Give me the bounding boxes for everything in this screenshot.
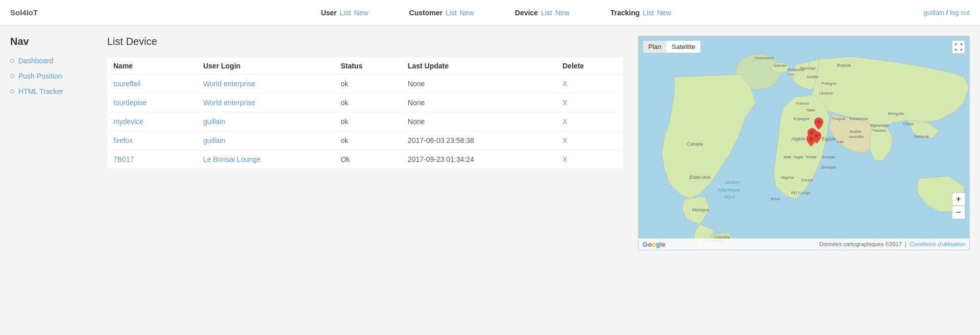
map-toggle-satellite[interactable]: Satellite: [667, 41, 700, 53]
svg-text:RD Congo: RD Congo: [791, 190, 811, 195]
cell-name[interactable]: toureffeil: [107, 75, 197, 93]
nav-user-new[interactable]: New: [354, 9, 369, 17]
svg-text:Afghanistan: Afghanistan: [870, 124, 889, 128]
topbar: Sol4IoT User List New Customer List New …: [0, 0, 980, 26]
nav-label-device: Device: [515, 9, 538, 17]
nav-group-tracking: Tracking List New: [610, 9, 671, 17]
cell-userlogin[interactable]: guillain: [197, 112, 334, 131]
svg-text:Ukraine: Ukraine: [819, 91, 834, 95]
map-terms-link[interactable]: Conditions d'utilisation: [910, 241, 965, 247]
cell-name[interactable]: 7B017: [107, 150, 197, 169]
cell-name[interactable]: mydevice: [107, 112, 197, 131]
nav-device-new[interactable]: New: [555, 9, 570, 17]
col-status: Status: [334, 58, 401, 75]
cell-status: ok: [334, 75, 401, 93]
section-title: List Device: [107, 36, 623, 47]
map-footer: Google Données cartographiques ©2017 | C…: [639, 238, 969, 250]
bullet-icon: [10, 74, 14, 78]
cell-name[interactable]: tourdepise: [107, 93, 197, 112]
zoom-out-button[interactable]: −: [952, 206, 965, 219]
logout-link[interactable]: log out: [950, 9, 970, 16]
svg-text:Arabie: Arabie: [850, 129, 862, 134]
svg-text:Océan: Océan: [725, 179, 741, 185]
nav-tracking-list[interactable]: List: [643, 9, 654, 17]
nav-label-user: User: [321, 9, 337, 17]
map-toggle-plan[interactable]: Plan: [643, 41, 667, 53]
top-nav: User List New Customer List New Device L…: [68, 9, 923, 17]
main-layout: Nav Dashboard Push Position HTML Tracker…: [0, 26, 980, 322]
cell-name[interactable]: firefox: [107, 131, 197, 150]
sidebar-item-html-tracker[interactable]: HTML Tracker: [10, 87, 92, 95]
map-container: Canada États-Unis Mexique Venezuela Colo…: [638, 36, 970, 250]
cell-userlogin[interactable]: Le Bonsai Lounge: [197, 150, 334, 169]
svg-text:Éthiopie: Éthiopie: [822, 165, 837, 170]
bullet-icon: [10, 89, 14, 93]
zoom-in-button[interactable]: +: [952, 193, 965, 206]
svg-text:États-Unis: États-Unis: [690, 175, 711, 180]
svg-text:Russie: Russie: [837, 63, 851, 68]
nav-device-list[interactable]: List: [541, 9, 552, 17]
svg-text:Égypte: Égypte: [822, 136, 836, 141]
svg-text:Norvège: Norvège: [800, 66, 816, 70]
map-inner: Canada États-Unis Mexique Venezuela Colo…: [639, 36, 969, 250]
nav-customer-list[interactable]: List: [446, 9, 457, 17]
svg-text:Mongolie: Mongolie: [888, 111, 904, 116]
table-row: toureffeil World enterprise ok None X: [107, 75, 623, 93]
svg-text:Uni: Uni: [788, 72, 794, 77]
cell-delete[interactable]: X: [556, 112, 623, 131]
cell-status: ok: [334, 112, 401, 131]
cell-userlogin[interactable]: guillain: [197, 131, 334, 150]
svg-text:Thaïlande: Thaïlande: [913, 135, 929, 138]
sidebar-item-label-html-tracker: HTML Tracker: [18, 87, 63, 95]
cell-status: ok: [334, 131, 401, 150]
nav-user-list[interactable]: List: [340, 9, 351, 17]
content-area: List Device Name User Login Status Last …: [107, 36, 623, 312]
sidebar-item-dashboard[interactable]: Dashboard: [10, 57, 92, 65]
bullet-icon: [10, 59, 14, 63]
cell-lastupdate: None: [402, 93, 556, 112]
table-row: 7B017 Le Bonsai Lounge Ok 2017-09-23 01:…: [107, 150, 623, 169]
cell-delete[interactable]: X: [556, 93, 623, 112]
map-fullscreen-button[interactable]: [952, 40, 965, 54]
svg-text:Pologne: Pologne: [822, 81, 837, 86]
fullscreen-icon: [955, 43, 962, 51]
google-logo: Google: [643, 241, 666, 248]
cell-lastupdate: None: [402, 75, 556, 93]
svg-point-48: [810, 137, 813, 141]
svg-text:France: France: [796, 101, 809, 106]
cell-lastupdate: 2017-09-23 01:34:24: [402, 150, 556, 169]
nav-label-customer: Customer: [409, 9, 443, 17]
app-logo: Sol4IoT: [10, 8, 38, 17]
svg-text:Soudan: Soudan: [822, 155, 836, 159]
nav-tracking-new[interactable]: New: [657, 9, 671, 17]
cell-delete[interactable]: X: [556, 75, 623, 93]
cell-userlogin[interactable]: World enterprise: [197, 75, 334, 93]
svg-text:Niger: Niger: [794, 155, 803, 159]
cell-delete[interactable]: X: [556, 150, 623, 169]
col-userlogin: User Login: [197, 58, 334, 75]
device-table: Name User Login Status Last Update Delet…: [107, 58, 623, 169]
svg-text:Mexique: Mexique: [692, 207, 709, 212]
table-row: mydevice guillain ok None X: [107, 112, 623, 131]
svg-text:Mali: Mali: [783, 155, 791, 159]
nav-customer-new[interactable]: New: [460, 9, 474, 17]
svg-text:Irak: Irak: [837, 139, 844, 144]
map-zoom-controls: + −: [952, 193, 965, 219]
svg-text:Kenya: Kenya: [801, 178, 813, 182]
sidebar-item-push-position[interactable]: Push Position: [10, 72, 92, 80]
col-name: Name: [107, 58, 197, 75]
nav-group-user: User List New: [321, 9, 369, 17]
map-copyright: Données cartographiques ©2017 | Conditio…: [819, 241, 965, 247]
cell-userlogin[interactable]: World enterprise: [197, 93, 334, 112]
svg-text:Chine: Chine: [903, 122, 914, 126]
svg-text:Kazakhstan: Kazakhstan: [850, 117, 868, 121]
map-pin[interactable]: [806, 134, 816, 147]
svg-text:Brésil: Brésil: [771, 197, 780, 201]
sidebar: Nav Dashboard Push Position HTML Tracker: [10, 36, 92, 312]
svg-text:Nigeria: Nigeria: [781, 175, 794, 180]
user-link[interactable]: guillain: [924, 9, 944, 16]
cell-delete[interactable]: X: [556, 131, 623, 150]
svg-text:saoudite: saoudite: [849, 134, 865, 139]
svg-text:Pakistan: Pakistan: [872, 129, 886, 132]
cell-status: ok: [334, 93, 401, 112]
